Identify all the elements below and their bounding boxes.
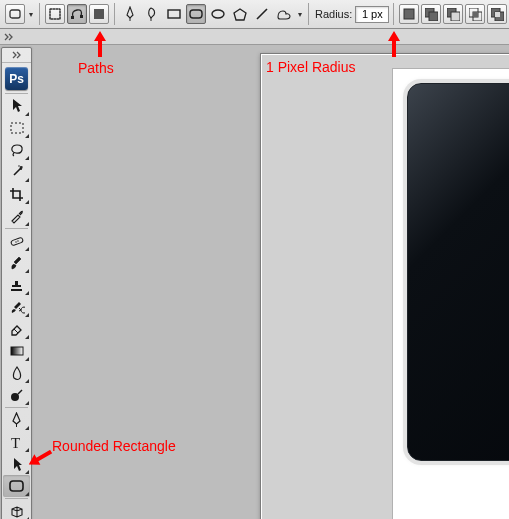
svg-line-12	[257, 9, 267, 19]
shape-ellipse-button[interactable]	[208, 4, 228, 24]
chevron-down-icon[interactable]: ▾	[296, 10, 304, 19]
mode-shape-layers-button[interactable]	[45, 4, 65, 24]
svg-point-10	[212, 10, 224, 18]
svg-rect-15	[429, 12, 438, 21]
svg-rect-8	[168, 10, 180, 18]
double-chevron-right-icon	[4, 33, 14, 41]
history-brush-icon	[9, 300, 25, 315]
tool-rounded-rectangle[interactable]	[3, 475, 30, 497]
pathop-add-button[interactable]	[421, 4, 441, 24]
svg-rect-0	[10, 10, 20, 18]
svg-marker-11	[234, 9, 246, 20]
stamp-icon	[9, 278, 24, 293]
mode-paths-button[interactable]	[67, 4, 87, 24]
tool-crop[interactable]	[3, 183, 30, 205]
tool-type[interactable]: T	[3, 431, 30, 453]
tool-dodge[interactable]	[3, 384, 30, 406]
pathop-new-button[interactable]	[399, 4, 419, 24]
dock-expand-handle[interactable]	[3, 31, 15, 42]
rectangle-icon	[167, 8, 181, 20]
svg-rect-5	[94, 9, 104, 19]
shape-layers-icon	[49, 8, 61, 20]
eraser-icon	[9, 323, 24, 336]
shape-line-button[interactable]	[252, 4, 272, 24]
tool-magic-wand[interactable]	[3, 161, 30, 183]
svg-rect-24	[11, 123, 23, 133]
pathop-add-icon	[425, 8, 438, 21]
separator	[308, 3, 309, 25]
chevron-down-icon[interactable]: ▾	[27, 10, 35, 19]
pathop-subtract-button[interactable]	[443, 4, 463, 24]
tool-move[interactable]	[3, 95, 30, 117]
separator	[393, 3, 394, 25]
svg-text:T: T	[11, 435, 20, 449]
tool-healing-brush[interactable]	[3, 230, 30, 252]
tool-brush[interactable]	[3, 252, 30, 274]
rounded-rectangle-icon	[189, 8, 203, 20]
tool-eyedropper[interactable]	[3, 205, 30, 227]
ellipse-icon	[211, 8, 225, 20]
pathop-exclude-button[interactable]	[487, 4, 507, 24]
marquee-icon	[10, 122, 24, 134]
divider	[5, 407, 28, 408]
svg-rect-4	[80, 15, 83, 18]
shape-rectangle-button[interactable]	[164, 4, 184, 24]
shape-custom-button[interactable]	[274, 4, 294, 24]
rounded-rect-glyph-icon	[9, 9, 21, 19]
rounded-rectangle-icon	[9, 480, 24, 492]
tool-lasso[interactable]	[3, 139, 30, 161]
divider	[5, 228, 28, 229]
pathop-new-icon	[403, 8, 415, 20]
svg-rect-9	[190, 10, 202, 18]
tools-panel: Ps	[1, 47, 32, 519]
pen-icon	[123, 6, 137, 22]
svg-rect-13	[404, 9, 414, 19]
shape-polygon-button[interactable]	[230, 4, 250, 24]
pathop-exclude-icon	[491, 8, 504, 21]
app-logo: Ps	[5, 67, 28, 90]
tool-blur[interactable]	[3, 362, 30, 384]
tool-marquee[interactable]	[3, 117, 30, 139]
svg-rect-23	[495, 12, 500, 17]
separator	[39, 3, 40, 25]
pen-tool-button[interactable]	[120, 4, 140, 24]
fill-pixels-icon	[93, 8, 105, 20]
svg-rect-20	[473, 12, 478, 17]
workspace: Paths 1 Pixel Radius Rounded Rectangle	[36, 45, 509, 519]
line-icon	[255, 7, 269, 21]
eyedropper-icon	[9, 209, 24, 224]
separator	[114, 3, 115, 25]
radius-label: Radius:	[315, 8, 352, 20]
dock-strip	[0, 29, 509, 45]
tools-panel-collapse[interactable]	[2, 48, 31, 63]
crop-icon	[9, 187, 24, 202]
tool-gradient[interactable]	[3, 340, 30, 362]
svg-rect-26	[10, 237, 23, 246]
canvas[interactable]	[393, 69, 509, 519]
shape-rounded-rectangle-button[interactable]	[186, 4, 206, 24]
annotation-paths: Paths	[78, 60, 114, 76]
tool-clone-stamp[interactable]	[3, 274, 30, 296]
divider	[5, 498, 28, 499]
tool-pen[interactable]	[3, 409, 30, 431]
radius-input[interactable]	[355, 6, 389, 23]
svg-rect-35	[10, 481, 23, 491]
freeform-pen-button[interactable]	[142, 4, 162, 24]
tool-path-selection[interactable]	[3, 453, 30, 475]
pathop-intersect-button[interactable]	[465, 4, 485, 24]
svg-rect-1	[50, 9, 60, 19]
svg-rect-30	[11, 347, 23, 355]
tool-eraser[interactable]	[3, 318, 30, 340]
bandage-icon	[9, 234, 25, 248]
tool-preset-button[interactable]	[5, 4, 25, 24]
mode-fill-pixels-button[interactable]	[89, 4, 109, 24]
svg-rect-17	[451, 12, 460, 21]
droplet-icon	[11, 366, 23, 381]
tool-history-brush[interactable]	[3, 296, 30, 318]
gradient-icon	[10, 345, 24, 357]
freeform-pen-icon	[145, 6, 159, 22]
path-selection-icon	[11, 457, 23, 472]
svg-point-27	[15, 241, 16, 242]
tool-3d[interactable]	[3, 500, 30, 519]
pathop-subtract-icon	[447, 8, 460, 21]
